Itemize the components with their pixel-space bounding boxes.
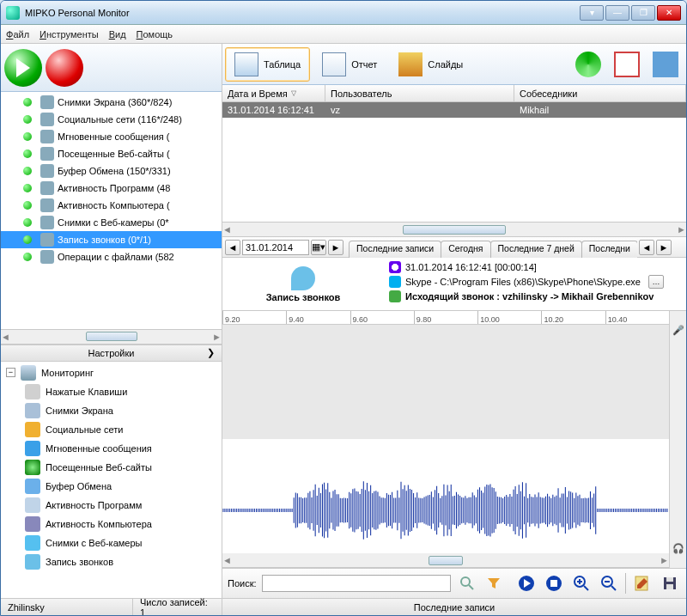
- settings-item[interactable]: Мгновенные сообщения: [1, 439, 222, 458]
- prev-date-button[interactable]: ◄: [225, 240, 240, 255]
- settings-item[interactable]: Посещенные Веб-сайты: [1, 458, 222, 477]
- chevron-down-icon: ❯: [207, 347, 215, 358]
- dropdown-button[interactable]: ▾: [580, 5, 604, 21]
- settings-item[interactable]: Буфер Обмена: [1, 477, 222, 496]
- headphone-icon: 🎧: [672, 543, 684, 554]
- cell-user: vz: [325, 104, 514, 116]
- edit-button[interactable]: [631, 572, 654, 595]
- zoom-out-button[interactable]: [598, 572, 620, 595]
- clock-icon: [389, 261, 401, 273]
- date-picker-button[interactable]: ▦▾: [311, 240, 326, 255]
- grid-hscroll[interactable]: ◄►: [222, 223, 686, 237]
- tree-item[interactable]: Операции с файлами (582: [1, 248, 222, 265]
- filter-button[interactable]: [483, 572, 505, 595]
- settings-item-label: Активность Компьютера: [46, 519, 152, 529]
- refresh-button[interactable]: [570, 47, 606, 82]
- view-tab[interactable]: Отчет: [313, 47, 386, 82]
- menu-tools[interactable]: Инструменты: [40, 29, 99, 40]
- date-range-tab[interactable]: Последние 7 дней: [490, 241, 582, 258]
- status-dot-icon: [23, 164, 37, 178]
- settings-header[interactable]: Настройки ❯: [1, 345, 222, 362]
- waveform-canvas[interactable]: [222, 325, 669, 553]
- menu-help[interactable]: Помощь: [137, 29, 173, 40]
- svg-rect-265: [666, 584, 673, 589]
- scroll-tabs-left[interactable]: ◄: [639, 240, 654, 255]
- settings-icon: [25, 479, 40, 494]
- skype-icon: [389, 276, 401, 288]
- play-button[interactable]: [515, 572, 538, 595]
- category-tree[interactable]: Снимки Экрана (360*/824)Социальные сети …: [1, 92, 222, 330]
- col-peer[interactable]: Собеседники: [514, 85, 686, 101]
- stop-playback-button[interactable]: [543, 572, 565, 595]
- settings-root[interactable]: − Мониторинг: [1, 363, 222, 382]
- tree-item-label: Снимки с Веб-камеры (0*: [58, 217, 169, 228]
- settings-item[interactable]: Активность Программ: [1, 496, 222, 515]
- date-range-tab[interactable]: Сегодня: [441, 241, 490, 258]
- tab-icon: [398, 52, 423, 76]
- search-toolbar: Поиск:: [222, 569, 686, 598]
- category-icon: [40, 164, 54, 178]
- grid-row[interactable]: 31.01.2014 16:12:41 vz Mikhail: [222, 102, 686, 118]
- tree-item[interactable]: Посещенные Веб-сайты (: [1, 145, 222, 162]
- tree-item[interactable]: Активность Программ (48: [1, 180, 222, 197]
- save-button[interactable]: [659, 572, 681, 595]
- search-input[interactable]: [262, 575, 451, 592]
- settings-item[interactable]: Социальные сети: [1, 420, 222, 439]
- settings-item[interactable]: Запись звонков: [1, 552, 222, 571]
- tree-item-label: Снимки Экрана (360*/824): [58, 97, 172, 107]
- settings-item[interactable]: Снимки Экрана: [1, 401, 222, 420]
- view-tab[interactable]: Таблица: [225, 47, 310, 82]
- date-input[interactable]: [242, 240, 309, 255]
- settings-item[interactable]: Нажатые Клавиши: [1, 382, 222, 401]
- calendar-button[interactable]: [609, 47, 645, 82]
- detail-title: Запись звонков: [266, 292, 341, 302]
- scroll-tabs-right[interactable]: ►: [656, 240, 672, 255]
- menu-view[interactable]: Вид: [109, 29, 126, 40]
- settings-item[interactable]: Активность Компьютера: [1, 515, 222, 534]
- tree-item[interactable]: Снимки с Веб-камеры (0*: [1, 214, 222, 231]
- status-dot-icon: [23, 181, 37, 195]
- search-button[interactable]: [456, 572, 478, 595]
- view-tab[interactable]: Слайды: [389, 47, 472, 82]
- wave-hscroll[interactable]: ◄►: [222, 553, 669, 568]
- status-count: Число записей: 1: [133, 599, 222, 615]
- tree-item[interactable]: Снимки Экрана (360*/824): [1, 94, 222, 111]
- more-button[interactable]: …: [648, 275, 664, 289]
- status-dot-icon: [23, 198, 37, 212]
- close-button[interactable]: ✕: [657, 5, 681, 21]
- menu-file[interactable]: Файл: [6, 29, 29, 40]
- zoom-in-button[interactable]: [570, 572, 593, 595]
- date-range-tab[interactable]: Последни: [581, 241, 637, 258]
- tree-hscroll[interactable]: ◄►: [1, 330, 222, 345]
- category-icon: [40, 233, 54, 247]
- settings-item[interactable]: Снимки с Веб-камеры: [1, 534, 222, 552]
- settings-icon: [25, 422, 40, 437]
- tab-label: Таблица: [264, 59, 301, 70]
- maximize-button[interactable]: ❐: [631, 5, 655, 21]
- category-icon: [40, 181, 54, 195]
- grid-body[interactable]: 31.01.2014 16:12:41 vz Mikhail: [222, 102, 686, 223]
- settings-header-label: Настройки: [88, 348, 135, 358]
- collapse-icon[interactable]: −: [6, 368, 15, 377]
- tree-item-label: Социальные сети (116*/248): [58, 114, 182, 125]
- col-user[interactable]: Пользователь: [325, 85, 514, 101]
- col-datetime[interactable]: Дата и Время▽: [222, 85, 325, 101]
- waveform-panel: 9.209.409.609.8010.0010.2010.40 ◄► 🎤 🎧: [222, 311, 686, 569]
- tree-item[interactable]: Буфер Обмена (150*/331): [1, 162, 222, 180]
- settings-item-label: Нажатые Клавиши: [46, 387, 127, 397]
- settings-icon: [25, 384, 40, 399]
- recycle-button[interactable]: [647, 47, 684, 82]
- tree-item[interactable]: Активность Компьютера (: [1, 197, 222, 214]
- tree-item[interactable]: Социальные сети (116*/248): [1, 111, 222, 128]
- start-monitoring-button[interactable]: [4, 49, 42, 87]
- settings-root-label: Мониторинг: [41, 368, 94, 378]
- app-icon: [6, 6, 20, 20]
- tree-item[interactable]: Мгновенные сообщения (: [1, 128, 222, 145]
- minimize-button[interactable]: —: [605, 5, 629, 21]
- detail-time: 31.01.2014 16:12:41 [00:00:14]: [405, 262, 537, 272]
- stop-monitoring-button[interactable]: [46, 49, 83, 87]
- settings-tree[interactable]: − Мониторинг Нажатые КлавишиСнимки Экран…: [1, 362, 222, 599]
- date-range-tab[interactable]: Последние записи: [349, 241, 441, 258]
- tree-item[interactable]: Запись звонков (0*/1): [1, 231, 222, 248]
- next-date-button[interactable]: ►: [328, 240, 344, 255]
